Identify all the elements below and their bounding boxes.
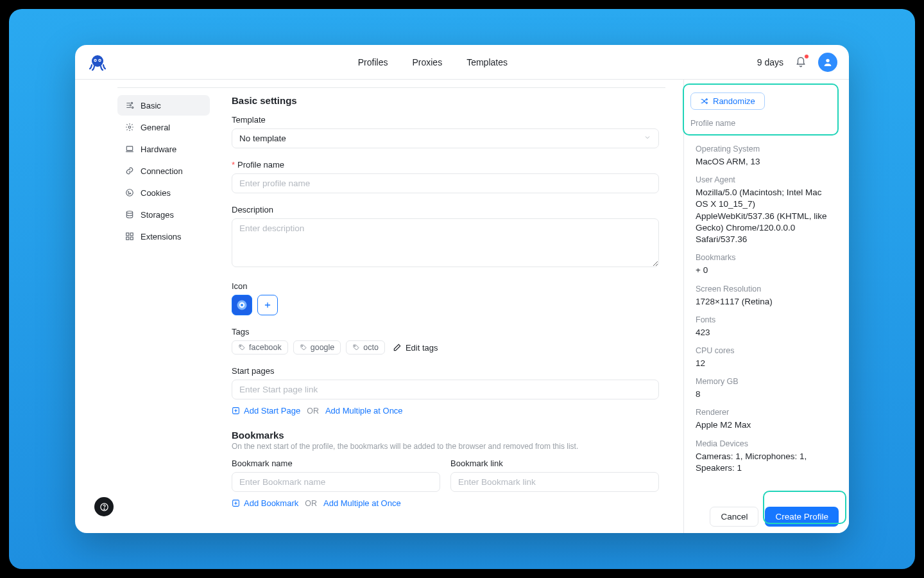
svg-point-9: [128, 126, 131, 128]
svg-rect-16: [126, 233, 129, 236]
summary-val: 423: [696, 327, 835, 338]
tag-chip[interactable]: octo: [346, 340, 385, 355]
summary-key: Renderer: [696, 408, 835, 417]
summary-val: MacOS ARM, 13: [696, 156, 835, 168]
svg-rect-18: [126, 237, 129, 240]
profile-name-input[interactable]: [232, 173, 659, 193]
bookmark-name-input[interactable]: [232, 472, 440, 492]
template-label: Template: [232, 115, 659, 125]
svg-point-15: [126, 211, 132, 214]
nav-proxies[interactable]: Proxies: [412, 57, 442, 67]
nav-profiles[interactable]: Profiles: [358, 57, 388, 67]
summary-val: Apple M2 Max: [696, 419, 835, 431]
link-icon: [125, 166, 134, 175]
summary-key: Media Devices: [696, 439, 835, 448]
bookmarks-note: On the next start of the profile, the bo…: [232, 442, 659, 451]
left-gutter: [75, 80, 117, 533]
sidebar-item-connection[interactable]: Connection: [117, 161, 210, 181]
sidebar-item-label: Cookies: [141, 188, 171, 198]
nav-templates[interactable]: Templates: [466, 57, 508, 67]
sliders-icon: [125, 101, 134, 110]
summary-key: Memory GB: [696, 377, 835, 386]
start-pages-label: Start pages: [232, 366, 659, 376]
svg-point-6: [131, 102, 132, 103]
sidebar-item-extensions[interactable]: Extensions: [117, 226, 210, 247]
summary-key: Screen Resolution: [696, 285, 835, 293]
create-profile-button[interactable]: Create Profile: [765, 507, 839, 527]
bookmark-name-label: Bookmark name: [232, 459, 440, 468]
sidebar-item-basic[interactable]: Basic: [117, 95, 210, 116]
svg-rect-10: [126, 146, 132, 150]
add-bookmark-button[interactable]: Add Bookmark: [232, 498, 298, 508]
summary-key: Profile name: [690, 119, 831, 128]
icon-label: Icon: [232, 281, 659, 291]
edit-tags-button[interactable]: Edit tags: [393, 343, 438, 353]
svg-point-5: [826, 58, 829, 62]
notifications-icon[interactable]: [795, 57, 807, 68]
randomize-button[interactable]: Randomize: [690, 92, 765, 110]
footer-actions: Cancel Create Profile: [699, 500, 849, 533]
header: Profiles Proxies Templates 9 days: [75, 45, 849, 80]
settings-sidebar: Basic General Hardware Connection: [117, 80, 210, 533]
sidebar-item-storages[interactable]: Storages: [117, 204, 210, 225]
description-label: Description: [232, 205, 659, 215]
sidebar-item-label: Storages: [141, 210, 174, 220]
summary-key: Operating System: [696, 144, 835, 153]
app-window: Profiles Proxies Templates 9 days: [75, 45, 849, 533]
database-icon: [125, 210, 134, 219]
or-text: OR: [305, 499, 317, 508]
summary-val: Cameras: 1, Microphones: 1, Speakers: 1: [696, 451, 835, 474]
template-select[interactable]: No template: [232, 128, 659, 148]
summary-key: CPU cores: [696, 346, 835, 355]
add-start-page-button[interactable]: Add Start Page: [232, 406, 300, 416]
main-form: Basic settings Template No template *Pro…: [210, 80, 683, 533]
sidebar-item-label: General: [141, 123, 170, 132]
summary-panel: Randomize Profile name Operating System …: [683, 80, 849, 533]
tag-chip[interactable]: google: [293, 340, 341, 355]
notification-dot: [805, 55, 809, 58]
add-multiple-bookmarks-button[interactable]: Add Multiple at Once: [323, 498, 401, 508]
add-icon-button[interactable]: [257, 295, 278, 315]
bookmark-link-label: Bookmark link: [450, 459, 659, 468]
summary-val: Mozilla/5.0 (Macintosh; Intel Mac OS X 1…: [696, 187, 835, 245]
svg-point-14: [128, 193, 129, 194]
svg-rect-17: [130, 233, 133, 236]
section-title: Basic settings: [232, 95, 659, 106]
cancel-button[interactable]: Cancel: [710, 507, 758, 527]
tag-chip[interactable]: facebook: [232, 340, 288, 355]
svg-point-0: [92, 55, 103, 67]
grid-icon: [125, 232, 134, 241]
sidebar-item-hardware[interactable]: Hardware: [117, 139, 210, 159]
summary-val: 8: [696, 389, 835, 400]
svg-point-12: [128, 191, 129, 192]
icon-choice-selected[interactable]: [232, 295, 252, 315]
svg-point-24: [302, 346, 302, 346]
bookmarks-title: Bookmarks: [232, 430, 659, 441]
help-icon[interactable]: [94, 497, 114, 516]
svg-rect-19: [130, 237, 133, 240]
summary-key: User Agent: [696, 175, 835, 184]
or-text: OR: [307, 407, 319, 416]
bookmark-link-input[interactable]: [450, 472, 659, 492]
chevron-down-icon: [644, 134, 651, 143]
svg-point-29: [103, 509, 104, 509]
summary-val: 1728×1117 (Retina): [696, 296, 835, 308]
randomize-highlight: Randomize Profile name: [683, 83, 839, 136]
summary-val: + 0: [696, 265, 835, 276]
sidebar-item-label: Hardware: [141, 144, 176, 154]
svg-point-23: [240, 346, 241, 346]
summary-val: 12: [696, 358, 835, 369]
sidebar-item-general[interactable]: General: [117, 117, 210, 137]
svg-point-4: [99, 60, 101, 61]
description-textarea[interactable]: [232, 218, 659, 267]
user-avatar[interactable]: [818, 53, 837, 72]
svg-point-8: [132, 107, 133, 108]
profile-name-label: *Profile name: [232, 160, 659, 170]
cookie-icon: [125, 188, 134, 197]
start-page-input[interactable]: [232, 380, 659, 399]
template-value: No template: [239, 134, 286, 143]
add-multiple-startpages-button[interactable]: Add Multiple at Once: [325, 406, 403, 416]
summary-key: Bookmarks: [696, 253, 835, 262]
svg-point-7: [130, 105, 131, 106]
sidebar-item-cookies[interactable]: Cookies: [117, 182, 210, 203]
